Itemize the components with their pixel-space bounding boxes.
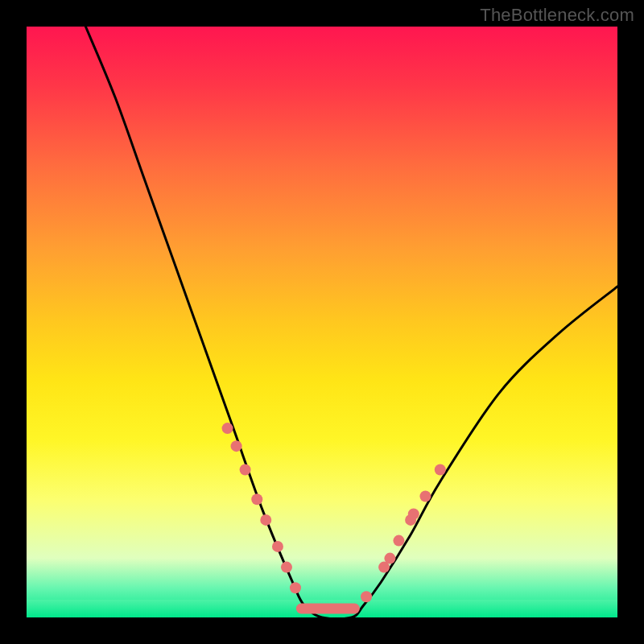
right-curve-markers (361, 464, 446, 603)
curve-marker-dot (384, 553, 395, 564)
chart-frame: TheBottleneck.com (0, 0, 644, 644)
curve-svg (27, 27, 617, 617)
curve-marker-dot (435, 464, 446, 476)
curve-marker-dot (393, 535, 404, 547)
watermark-text: TheBottleneck.com (480, 5, 634, 26)
curve-marker-dot (222, 423, 233, 434)
curve-marker-dot (260, 514, 271, 526)
curve-marker-dot (290, 582, 301, 593)
curve-marker-dot (231, 440, 242, 452)
curve-marker-dot (240, 464, 251, 476)
bottleneck-curve (85, 27, 617, 617)
curve-marker-dot (361, 591, 372, 602)
curve-marker-dot (408, 509, 419, 520)
curve-marker-dot (272, 541, 283, 552)
curve-marker-dot (281, 562, 292, 573)
curve-marker-dot (251, 493, 262, 505)
curve-marker-dot (419, 491, 431, 502)
plot-area (27, 27, 617, 617)
